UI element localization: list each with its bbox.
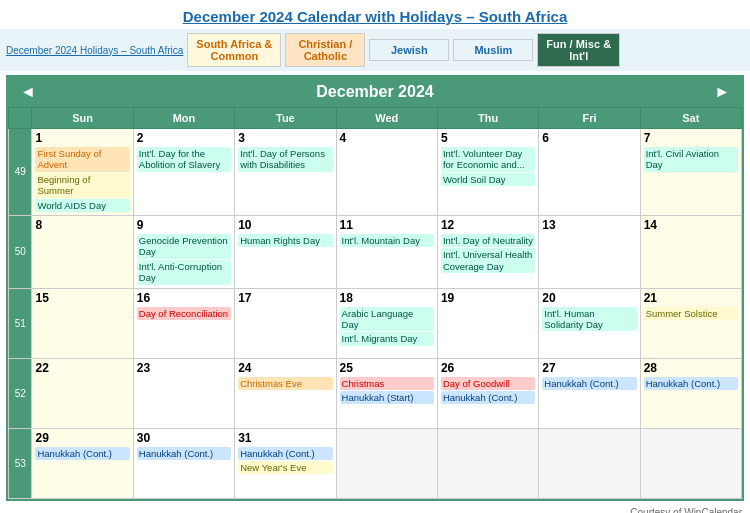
calendar-cell[interactable]: 31Hanukkah (Cont.)New Year's Eve <box>235 428 336 498</box>
holiday-item: Genocide Prevention Day <box>137 234 231 259</box>
calendar-cell[interactable]: 13 <box>539 215 640 288</box>
holiday-item: World Soil Day <box>441 173 535 186</box>
holiday-item: Hanukkah (Start) <box>340 391 434 404</box>
holiday-item: Int'l. Volunteer Day for Economic and... <box>441 147 535 172</box>
day-number: 6 <box>542 131 636 145</box>
holiday-item: Int'l. Day of Persons with Disabilities <box>238 147 332 172</box>
calendar-grid: SunMonTueWedThuFriSat 491First Sunday of… <box>8 107 742 499</box>
holiday-item: Hanukkah (Cont.) <box>238 447 332 460</box>
calendar-cell[interactable] <box>539 428 640 498</box>
calendar-cell[interactable]: 20Int'l. Human Solidarity Day <box>539 288 640 358</box>
calendar-cell[interactable]: 4 <box>336 129 437 216</box>
day-number: 12 <box>441 218 535 232</box>
calendar-cell[interactable]: 26Day of GoodwillHanukkah (Cont.) <box>437 358 538 428</box>
holiday-item: Arabic Language Day <box>340 307 434 332</box>
calendar-cell[interactable]: 2Int'l. Day for the Abolition of Slavery <box>133 129 234 216</box>
calendar-cell[interactable]: 28Hanukkah (Cont.) <box>640 358 741 428</box>
day-number: 4 <box>340 131 434 145</box>
day-number: 3 <box>238 131 332 145</box>
calendar-cell[interactable] <box>437 428 538 498</box>
page-title: December 2024 Calendar with Holidays – S… <box>0 0 750 29</box>
next-month-button[interactable]: ► <box>714 83 730 101</box>
calendar-cell[interactable]: 29Hanukkah (Cont.) <box>32 428 133 498</box>
day-number: 2 <box>137 131 231 145</box>
table-row: 5089Genocide Prevention DayInt'l. Anti-C… <box>9 215 742 288</box>
filter-btn-jewish[interactable]: Jewish <box>369 39 449 61</box>
calendar-cell[interactable]: 1First Sunday of AdventBeginning of Summ… <box>32 129 133 216</box>
holiday-item: First Sunday of Advent <box>35 147 129 172</box>
calendar-cell[interactable]: 23 <box>133 358 234 428</box>
calendar-cell[interactable]: 30Hanukkah (Cont.) <box>133 428 234 498</box>
holiday-item: Christmas Eve <box>238 377 332 390</box>
day-header-sat: Sat <box>640 108 741 129</box>
calendar-cell[interactable]: 8 <box>32 215 133 288</box>
calendar-cell[interactable]: 17 <box>235 288 336 358</box>
day-number: 23 <box>137 361 231 375</box>
calendar-cell[interactable]: 7Int'l. Civil Aviation Day <box>640 129 741 216</box>
calendar-cell[interactable]: 19 <box>437 288 538 358</box>
day-number: 8 <box>35 218 129 232</box>
prev-month-button[interactable]: ◄ <box>20 83 36 101</box>
table-row: 52222324Christmas Eve25ChristmasHanukkah… <box>9 358 742 428</box>
holiday-item: Int'l. Day for the Abolition of Slavery <box>137 147 231 172</box>
calendar-cell[interactable]: 5Int'l. Volunteer Day for Economic and..… <box>437 129 538 216</box>
day-number: 25 <box>340 361 434 375</box>
calendar-cell[interactable]: 12Int'l. Day of NeutralityInt'l. Univers… <box>437 215 538 288</box>
holiday-item: Int'l. Migrants Day <box>340 332 434 345</box>
holiday-item: Hanukkah (Cont.) <box>644 377 738 390</box>
calendar-cell[interactable] <box>640 428 741 498</box>
filter-btn-south-africa[interactable]: South Africa & Common <box>187 33 281 67</box>
calendar-cell[interactable]: 9Genocide Prevention DayInt'l. Anti-Corr… <box>133 215 234 288</box>
holiday-item: Summer Solstice <box>644 307 738 320</box>
calendar-body: 491First Sunday of AdventBeginning of Su… <box>9 129 742 499</box>
filter-btn-christian[interactable]: Christian / Catholic <box>285 33 365 67</box>
holiday-item: Int'l. Day of Neutrality <box>441 234 535 247</box>
calendar-cell[interactable]: 15 <box>32 288 133 358</box>
footer: Courtesy of WinCalendar <box>0 505 750 513</box>
day-header-tue: Tue <box>235 108 336 129</box>
calendar-cell[interactable]: 27Hanukkah (Cont.) <box>539 358 640 428</box>
day-number: 28 <box>644 361 738 375</box>
day-number: 13 <box>542 218 636 232</box>
week-number: 52 <box>9 358 32 428</box>
day-header-mon: Mon <box>133 108 234 129</box>
week-num-header <box>9 108 32 129</box>
calendar-cell[interactable]: 18Arabic Language DayInt'l. Migrants Day <box>336 288 437 358</box>
table-row: 511516Day of Reconciliation1718Arabic La… <box>9 288 742 358</box>
calendar-cell[interactable] <box>336 428 437 498</box>
day-number: 16 <box>137 291 231 305</box>
calendar-cell[interactable]: 22 <box>32 358 133 428</box>
day-header-thu: Thu <box>437 108 538 129</box>
calendar-cell[interactable]: 14 <box>640 215 741 288</box>
day-number: 29 <box>35 431 129 445</box>
week-number: 51 <box>9 288 32 358</box>
calendar-cell[interactable]: 6 <box>539 129 640 216</box>
holiday-item: Int'l. Civil Aviation Day <box>644 147 738 172</box>
table-row: 5329Hanukkah (Cont.)30Hanukkah (Cont.)31… <box>9 428 742 498</box>
filter-label[interactable]: December 2024 Holidays – South Africa <box>6 45 183 56</box>
holiday-item: Christmas <box>340 377 434 390</box>
calendar-cell[interactable]: 16Day of Reconciliation <box>133 288 234 358</box>
holiday-item: Human Rights Day <box>238 234 332 247</box>
day-number: 21 <box>644 291 738 305</box>
filter-btn-muslim[interactable]: Muslim <box>453 39 533 61</box>
calendar-cell[interactable]: 21Summer Solstice <box>640 288 741 358</box>
week-number: 49 <box>9 129 32 216</box>
day-number: 15 <box>35 291 129 305</box>
calendar-header: ◄ December 2024 ► <box>8 77 742 107</box>
calendar-cell[interactable]: 10Human Rights Day <box>235 215 336 288</box>
day-number: 5 <box>441 131 535 145</box>
calendar-cell[interactable]: 24Christmas Eve <box>235 358 336 428</box>
day-header-sun: Sun <box>32 108 133 129</box>
day-header-wed: Wed <box>336 108 437 129</box>
filter-bar: December 2024 Holidays – South Africa So… <box>0 29 750 71</box>
calendar-cell[interactable]: 11Int'l. Mountain Day <box>336 215 437 288</box>
calendar-cell[interactable]: 3Int'l. Day of Persons with Disabilities <box>235 129 336 216</box>
calendar-cell[interactable]: 25ChristmasHanukkah (Start) <box>336 358 437 428</box>
holiday-item: Hanukkah (Cont.) <box>542 377 636 390</box>
holiday-item: Int'l. Anti-Corruption Day <box>137 260 231 285</box>
filter-btn-fun[interactable]: Fun / Misc & Int'l <box>537 33 620 67</box>
day-number: 11 <box>340 218 434 232</box>
day-number: 18 <box>340 291 434 305</box>
footer-text: Courtesy of WinCalendar <box>630 507 742 513</box>
